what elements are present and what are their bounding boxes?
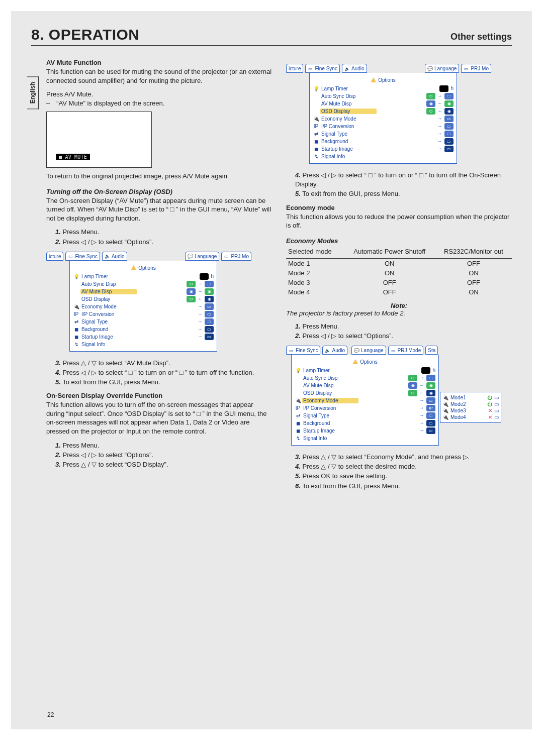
economy-desc: This function allows you to reduce the p… xyxy=(286,212,512,230)
note-body: The projector is factory preset to Mode … xyxy=(286,309,512,317)
avmute-desc: This function can be used for muting the… xyxy=(46,67,272,85)
page-header: 8. OPERATION Other settings xyxy=(31,26,512,46)
note-label: Note: xyxy=(286,302,512,309)
audio-icon: 🔈 xyxy=(344,66,350,71)
lamp-icon: 💡 xyxy=(295,367,301,374)
gui-screenshot-economy: ▭Fine Sync 🔈Audio 💬Language ▭PRJ Mode St… xyxy=(286,346,437,446)
override-desc: This function allows you to turn off the… xyxy=(46,400,272,436)
fine-sync-icon: ▭ xyxy=(308,66,313,71)
economy-table-heading: Economy Modes xyxy=(286,237,512,245)
signal-info-icon: ↯ xyxy=(295,435,301,442)
economy-icon: 🔌 xyxy=(313,116,319,122)
mode-popout: 🔌Mode1⏻▭ 🔌Mode2⏻▭ 🔌Mode3✕▭ 🔌Mode4✕▭ xyxy=(440,392,501,423)
plug-icon: 🔌 xyxy=(442,414,448,420)
startup-icon: ◼ xyxy=(295,427,301,434)
osd-off-desc: The On-screen Display (“AV Mute”) that a… xyxy=(46,196,272,223)
avmute-figure: ■ AV MUTE xyxy=(46,112,152,168)
economy-modes-table: Selected mode Automatic Power Shutoff RS… xyxy=(286,247,512,297)
audio-icon: 🔈 xyxy=(105,254,110,259)
prj-icon: ▭ xyxy=(464,66,469,71)
section-title: Other settings xyxy=(450,32,512,42)
background-icon: ◼ xyxy=(313,138,319,145)
chapter-title: 8. OPERATION xyxy=(31,26,139,43)
signal-type-icon: ⇄ xyxy=(73,318,79,325)
avmute-bullet: – “AV Mute” is displayed on the screen. xyxy=(46,99,272,108)
plug-icon: 🔌 xyxy=(442,401,448,407)
language-icon: 💬 xyxy=(427,66,433,71)
osd-override-steps: 4. Press ◁ / ▷ to select “ □ ” to turn o… xyxy=(286,171,512,199)
override-steps: 1. Press Menu. 2. Press ◁ / ▷ to select … xyxy=(46,441,272,470)
prj-icon: ▭ xyxy=(224,254,229,259)
override-heading: On-Screen Display Override Function xyxy=(46,392,272,399)
audio-icon: 🔈 xyxy=(325,348,330,353)
osd-off-heading: Turning off the On-Screen Display (OSD) xyxy=(46,188,272,195)
lamp-icon: 💡 xyxy=(313,85,319,92)
plug-icon: 🔌 xyxy=(442,408,448,413)
gui-screenshot-osd: icture ▭Fine Sync 🔈Audio 💬Language ▭PRJ … xyxy=(286,64,491,164)
options-title: Options xyxy=(73,264,214,273)
economy-steps2: 3. Press △ / ▽ to select “Economy Mode”,… xyxy=(286,453,512,491)
right-column: icture ▭Fine Sync 🔈Audio 💬Language ▭PRJ … xyxy=(286,59,512,496)
background-icon: ◼ xyxy=(295,420,301,426)
ip-icon: IP xyxy=(313,123,319,130)
language-icon: 💬 xyxy=(188,254,193,259)
background-icon: ◼ xyxy=(73,326,79,333)
prj-icon: ▭ xyxy=(391,348,396,353)
fine-sync-icon: ▭ xyxy=(289,348,294,353)
economy-icon: 🔌 xyxy=(73,303,79,310)
signal-info-icon: ↯ xyxy=(313,153,319,160)
osd-off-steps2: 3. Press △ / ▽ to select “AV Mute Disp”.… xyxy=(46,359,272,387)
avmute-heading: AV Mute Function xyxy=(46,59,272,66)
economy-heading: Economy mode xyxy=(286,204,512,211)
language-tab: English xyxy=(27,76,39,109)
lamp-icon: 💡 xyxy=(73,273,79,280)
signal-info-icon: ↯ xyxy=(73,341,79,348)
avmute-badge: ■ AV MUTE xyxy=(56,154,90,160)
page-number: 22 xyxy=(47,711,54,718)
economy-icon: 🔌 xyxy=(295,397,301,404)
signal-type-icon: ⇄ xyxy=(313,131,319,137)
plug-icon: 🔌 xyxy=(442,395,448,400)
left-column: AV Mute Function This function can be us… xyxy=(46,59,272,496)
language-icon: 💬 xyxy=(354,348,359,353)
gui-screenshot-avmute: icture ▭Fine Sync 🔈Audio 💬Language ▭PRJ … xyxy=(46,252,251,352)
signal-type-icon: ⇄ xyxy=(295,412,301,419)
ip-icon: IP xyxy=(73,311,79,317)
economy-steps1: 1. Press Menu. 2. Press ◁ / ▷ to select … xyxy=(286,322,512,341)
startup-icon: ◼ xyxy=(313,146,319,152)
startup-icon: ◼ xyxy=(73,334,79,340)
ip-icon: IP xyxy=(295,405,301,411)
fine-sync-icon: ▭ xyxy=(68,254,73,259)
avmute-press: Press A/V Mute. xyxy=(46,90,272,99)
avmute-return: To return to the original projected imag… xyxy=(46,172,272,181)
osd-off-steps: 1. Press Menu. 2. Press ◁ / ▷ to select … xyxy=(46,228,272,246)
